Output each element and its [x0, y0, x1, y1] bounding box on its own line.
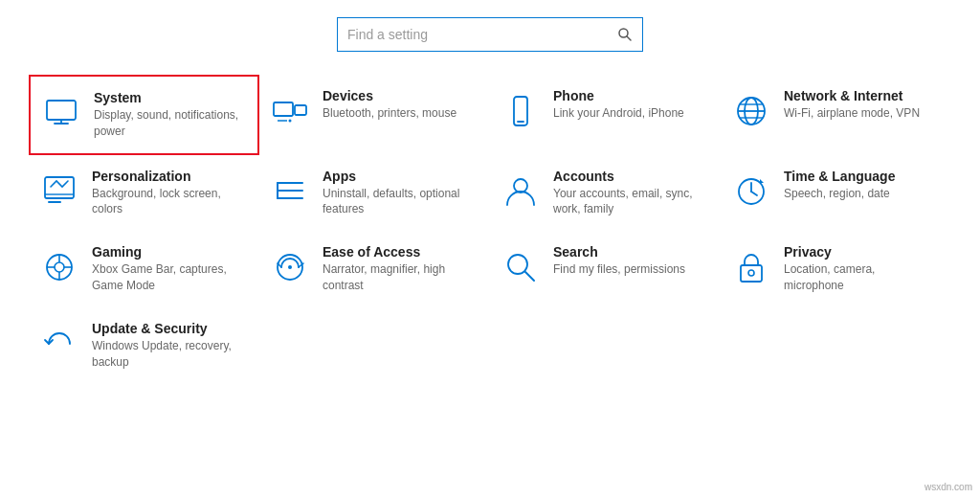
item-desc-update: Windows Update, recovery, backup — [92, 338, 244, 371]
settings-item-devices[interactable]: Devices Bluetooth, printers, mouse — [259, 75, 490, 155]
item-title-accounts: Accounts — [553, 169, 705, 184]
phone-icon — [500, 90, 542, 132]
settings-item-apps[interactable]: Apps Uninstall, defaults, optional featu… — [259, 155, 490, 232]
item-text-accounts: Accounts Your accounts, email, sync, wor… — [553, 169, 705, 218]
network-icon — [730, 90, 772, 132]
settings-item-gaming[interactable]: Gaming Xbox Game Bar, captures, Game Mod… — [29, 231, 259, 307]
item-title-privacy: Privacy — [784, 244, 936, 260]
item-desc-time: Speech, region, date — [784, 186, 936, 202]
svg-point-28 — [55, 262, 64, 272]
item-desc-gaming: Xbox Game Bar, captures, Game Mode — [92, 261, 244, 294]
item-text-network: Network & Internet Wi-Fi, airplane mode,… — [784, 88, 936, 122]
item-title-network: Network & Internet — [784, 88, 936, 103]
item-text-time: Time & Language Speech, region, date — [784, 169, 936, 202]
item-desc-personalization: Background, lock screen, colors — [92, 186, 244, 218]
settings-item-phone[interactable]: Phone Link your Android, iPhone — [490, 75, 721, 155]
svg-rect-39 — [741, 265, 762, 282]
top-bar — [0, 0, 980, 65]
svg-point-23 — [514, 179, 527, 192]
item-desc-system: Display, sound, notifications, power — [94, 107, 242, 140]
item-text-privacy: Privacy Location, camera, microphone — [784, 244, 936, 294]
settings-grid: System Display, sound, notifications, po… — [0, 65, 980, 383]
settings-item-time[interactable]: Time & Language Speech, region, date — [721, 155, 951, 232]
time-icon — [730, 170, 772, 213]
svg-line-38 — [525, 272, 534, 281]
search-icon — [500, 246, 542, 288]
item-desc-ease: Narrator, magnifier, high contrast — [323, 261, 475, 294]
item-title-update: Update & Security — [92, 321, 244, 336]
watermark: wsxdn.com — [924, 482, 972, 492]
svg-rect-6 — [295, 105, 306, 115]
item-title-apps: Apps — [323, 169, 475, 184]
item-title-time: Time & Language — [784, 169, 936, 184]
svg-point-7 — [289, 120, 292, 123]
settings-item-accounts[interactable]: Accounts Your accounts, email, sync, wor… — [490, 155, 721, 232]
settings-item-privacy[interactable]: Privacy Location, camera, microphone — [721, 231, 951, 307]
item-desc-privacy: Location, camera, microphone — [784, 261, 936, 294]
apps-icon — [269, 170, 311, 213]
item-text-devices: Devices Bluetooth, printers, mouse — [323, 88, 475, 122]
item-text-update: Update & Security Windows Update, recove… — [92, 321, 244, 371]
personalization-icon — [38, 170, 80, 213]
item-title-system: System — [94, 90, 242, 105]
svg-rect-5 — [274, 102, 293, 116]
search-input[interactable] — [347, 27, 617, 42]
item-title-ease: Ease of Access — [323, 244, 475, 260]
item-desc-phone: Link your Android, iPhone — [553, 105, 705, 122]
item-title-search: Search — [553, 244, 705, 260]
svg-line-1 — [627, 36, 631, 40]
devices-icon — [269, 90, 311, 132]
item-text-phone: Phone Link your Android, iPhone — [553, 88, 705, 122]
settings-item-system[interactable]: System Display, sound, notifications, po… — [29, 75, 259, 155]
settings-item-network[interactable]: Network & Internet Wi-Fi, airplane mode,… — [721, 75, 951, 155]
svg-point-37 — [508, 255, 527, 274]
item-text-gaming: Gaming Xbox Game Bar, captures, Game Mod… — [92, 244, 244, 294]
settings-item-personalization[interactable]: Personalization Background, lock screen,… — [29, 155, 259, 232]
item-text-system: System Display, sound, notifications, po… — [94, 90, 242, 140]
update-icon — [38, 323, 80, 365]
svg-rect-2 — [47, 101, 76, 120]
item-title-devices: Devices — [323, 88, 475, 103]
item-text-ease: Ease of Access Narrator, magnifier, high… — [323, 244, 475, 294]
item-text-search: Search Find my files, permissions — [553, 244, 705, 278]
settings-item-update[interactable]: Update & Security Windows Update, recove… — [29, 307, 259, 384]
item-desc-apps: Uninstall, defaults, optional features — [323, 186, 475, 218]
svg-point-36 — [288, 265, 292, 269]
privacy-icon — [730, 246, 772, 288]
svg-point-40 — [748, 270, 754, 276]
item-title-personalization: Personalization — [92, 169, 244, 184]
item-title-phone: Phone — [553, 88, 705, 103]
item-text-personalization: Personalization Background, lock screen,… — [92, 169, 244, 218]
item-desc-network: Wi-Fi, airplane mode, VPN — [784, 105, 936, 122]
system-icon — [40, 92, 82, 134]
accounts-icon — [500, 170, 542, 213]
settings-item-ease[interactable]: Ease of Access Narrator, magnifier, high… — [259, 231, 490, 307]
ease-icon — [269, 246, 311, 288]
item-title-gaming: Gaming — [92, 244, 244, 260]
gaming-icon — [38, 246, 80, 288]
svg-line-26 — [751, 192, 757, 195]
search-icon — [617, 27, 633, 42]
item-desc-accounts: Your accounts, email, sync, work, family — [553, 186, 705, 218]
search-box[interactable] — [337, 17, 643, 52]
item-text-apps: Apps Uninstall, defaults, optional featu… — [323, 169, 475, 218]
item-desc-devices: Bluetooth, printers, mouse — [323, 105, 475, 122]
item-desc-search: Find my files, permissions — [553, 261, 705, 278]
settings-item-search[interactable]: Search Find my files, permissions — [490, 231, 721, 307]
